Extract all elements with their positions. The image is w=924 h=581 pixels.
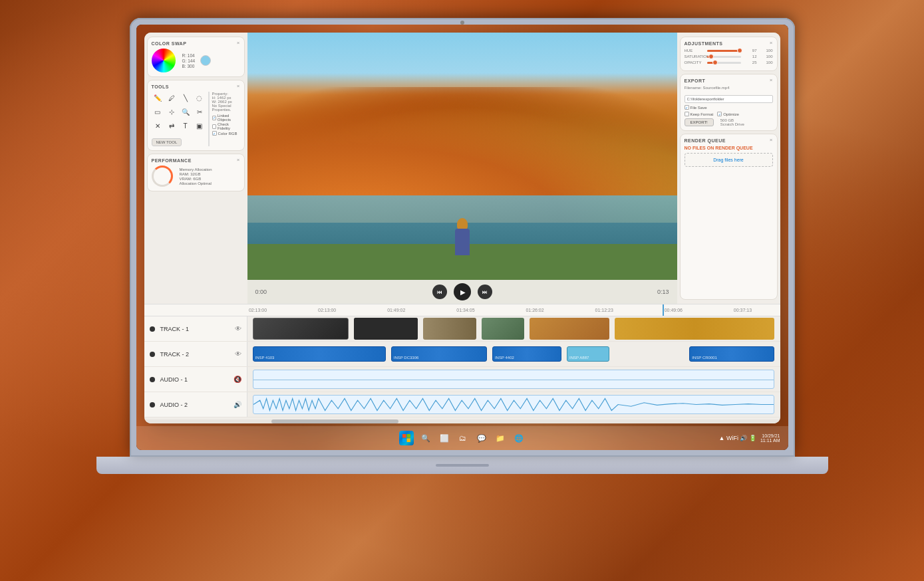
saturation-value: 12 [744,55,757,58]
tool-merge[interactable]: ✕ [152,120,164,132]
render-empty-msg: NO FILES ON RENDER QUEUE [685,146,773,150]
timeline-scrollbar-thumb[interactable] [271,419,398,423]
tool-frame[interactable]: ▣ [194,120,206,132]
track2-clip-4[interactable]: INSP A887 [567,346,609,361]
audio-1-content [247,367,780,392]
folder-button[interactable]: 📁 [494,431,507,445]
clip-1-2[interactable] [354,318,418,340]
browser-button[interactable]: 🌐 [512,431,526,445]
laptop-hinge [436,464,489,467]
track-1-visibility[interactable]: 👁 [235,325,241,332]
export-title: EXPORT [685,78,773,83]
clip-1-4[interactable] [482,318,524,340]
taskbar-center: 🔍 ⬜ 🗂 💬 📁 [399,431,526,445]
tool-pen[interactable]: 🖊 [166,92,178,104]
export-path-input[interactable] [685,95,773,103]
track2-clip-1-label: INSP 4103 [255,356,275,360]
audio-2-label: AUDIO - 2 🔊 [144,392,247,417]
audio-1-name: AUDIO - 1 [160,376,188,383]
playback-controls: ⏮ ▶ ⏭ [432,283,492,300]
figure [453,215,472,255]
tool-brush[interactable]: ✏️ [152,92,164,104]
track2-clip-1[interactable]: INSP 4103 [253,346,386,361]
export-close[interactable]: × [770,77,773,83]
audio-2-visibility[interactable]: 🔊 [233,401,241,408]
check-fidelity[interactable] [212,124,216,129]
color-preview-swatch[interactable] [200,55,211,66]
video-preview: 0:00 ⏮ ▶ ⏭ [247,33,677,304]
hue-slider-row: HUE 97 100 [685,49,773,53]
audio-2-content [247,392,780,417]
audio-1-clip[interactable] [253,370,775,389]
color-b-value: B: 300 [182,64,196,68]
track2-clip-3[interactable]: INSP 4402 [492,346,561,361]
track-1-label: TRACK - 1 👁 [144,316,247,341]
keep-format-check[interactable] [685,112,689,116]
optimize-check[interactable]: ✓ [717,112,722,116]
tools-close[interactable]: × [237,83,240,89]
task-view-button[interactable]: ⬜ [438,431,451,445]
track2-clip-3-label: INSP 4402 [495,356,514,360]
tool-rect[interactable]: ▭ [152,106,164,118]
check-linked[interactable]: ✓ [212,116,216,120]
clip-1-3[interactable] [423,318,476,340]
tools-properties: Property: H: 1462 px W: 2662 px No Speci… [208,92,240,146]
timeline: 02:13:00 02:13:00 01:49:02 01:34:05 01:2… [144,304,780,423]
tool-move[interactable]: ⇄ [166,120,178,132]
color-wheel[interactable] [152,49,176,72]
track-row-2: TRACK - 2 👁 INSP 4103 INSP DC3306 [144,342,780,367]
tool-zoom[interactable]: 🔍 [180,106,192,118]
prev-button[interactable]: ⏮ [432,285,447,299]
saturation-track[interactable] [707,56,741,58]
clip-1-6[interactable] [615,318,774,340]
track2-clip-5[interactable]: INSP CR0001 [689,346,774,361]
ruler-mark-2: 01:49:02 [387,308,405,312]
ruler-mark-3: 01:34:05 [456,308,474,312]
timeline-scrollbar[interactable] [144,419,780,423]
filename-label: Filename: Sourcefile.mp4 [685,86,773,90]
hue-value: 97 [744,49,757,53]
tool-crop[interactable]: ⊹ [166,106,178,118]
check-linked-label: Linked Objects [218,114,240,122]
audio-2-name: AUDIO - 2 [160,402,188,408]
audio-1-visibility[interactable]: 🔇 [233,376,241,383]
file-save-check[interactable]: ✓ [685,105,689,110]
export-button[interactable]: EXPORT! [685,118,714,126]
tool-text[interactable]: T [180,120,192,132]
track-2-visibility[interactable]: 👁 [235,350,241,358]
opacity-slider-row: OPACITY 25 100 [685,60,773,64]
color-r-value: R: 104 [182,53,196,58]
track2-clip-4-label: INSP A887 [569,356,589,360]
opacity-label: OPACITY [685,60,704,64]
tool-eraser[interactable]: ◌ [194,92,206,104]
track2-clip-2[interactable]: INSP DC3306 [391,346,487,361]
performance-close[interactable]: × [237,157,240,163]
opacity-track[interactable] [707,62,741,64]
drag-files-area[interactable]: Drag files here [685,153,773,167]
check-color-rgb[interactable]: ✓ [212,131,217,136]
color-swap-close[interactable]: × [237,40,240,46]
clip-1-1[interactable] [253,318,349,340]
clock-display: 10/29/21 11:11 AM [760,433,780,443]
play-button[interactable]: ▶ [454,283,471,300]
tool-cut[interactable]: ✂ [194,106,206,118]
adjustments-title: ADJUSTMENTS [685,41,773,46]
tool-line[interactable]: ╲ [180,92,192,104]
hue-track[interactable] [707,50,741,52]
next-button[interactable]: ⏭ [478,285,492,299]
store-button[interactable]: 🗂 [456,431,470,445]
audio-2-dot [150,402,155,407]
render-queue-close[interactable]: × [770,137,773,143]
adjustments-close[interactable]: × [770,40,773,46]
optimize-label: Optimize [723,112,739,116]
audio-2-clip[interactable] [253,395,775,414]
performance-info: Memory Allocation RAM: 32GB VRAM: 6GB Al… [180,168,212,185]
ruler-mark-0: 02:13:00 [249,308,267,312]
clip-1-5[interactable] [530,318,609,340]
start-button[interactable] [399,431,414,445]
color-swap-title: COLOR SWAP [152,41,240,46]
new-tool-button[interactable]: NEW TOOL [152,138,182,146]
mail-button[interactable]: 💬 [475,431,488,445]
search-taskbar-button[interactable]: 🔍 [419,431,432,445]
opacity-max: 100 [760,60,773,64]
